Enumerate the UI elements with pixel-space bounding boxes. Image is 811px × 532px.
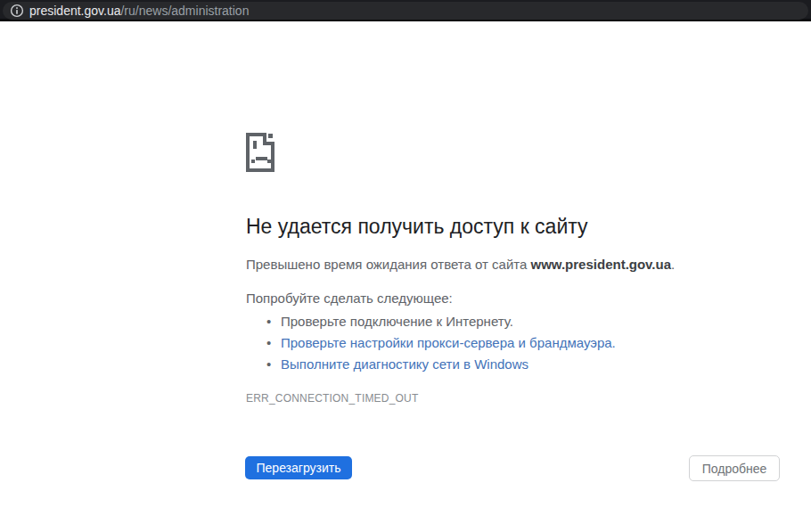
reload-button[interactable]: Перезагрузить [245, 456, 352, 479]
error-message-suffix: . [671, 257, 675, 272]
info-icon[interactable] [10, 4, 24, 18]
url-text[interactable]: president.gov.ua/ru/news/administration [29, 2, 249, 20]
details-button[interactable]: Подробнее [689, 455, 780, 481]
suggestion-proxy-firewall-link[interactable]: Проверьте настройки прокси-сервера и бра… [246, 332, 616, 354]
error-code: ERR_CONNECTION_TIMED_OUT [246, 392, 418, 405]
suggestion-network-diagnostics-link[interactable]: Выполните диагностику сети в Windows [246, 354, 616, 375]
error-message-prefix: Превышено время ожидания ответа от сайта [246, 257, 531, 272]
error-title: Не удается получить доступ к сайту [246, 215, 588, 239]
url-path: /ru/news/administration [120, 4, 249, 18]
address-bar: president.gov.ua/ru/news/administration [0, 0, 811, 21]
suggestion-check-connection: Проверьте подключение к Интернету. [246, 311, 616, 332]
url-domain: president.gov.ua [29, 4, 120, 18]
omnibox[interactable]: president.gov.ua/ru/news/administration [3, 2, 808, 20]
error-message: Превышено время ожидания ответа от сайта… [246, 257, 675, 272]
suggestions-list: Проверьте подключение к Интернету. Прове… [246, 311, 616, 375]
sad-page-icon [244, 131, 276, 174]
error-message-domain: www.president.gov.ua [531, 257, 672, 272]
browser-error-page: president.gov.ua/ru/news/administration … [0, 0, 811, 532]
suggestions-intro: Попробуйте сделать следующее: [246, 291, 453, 306]
